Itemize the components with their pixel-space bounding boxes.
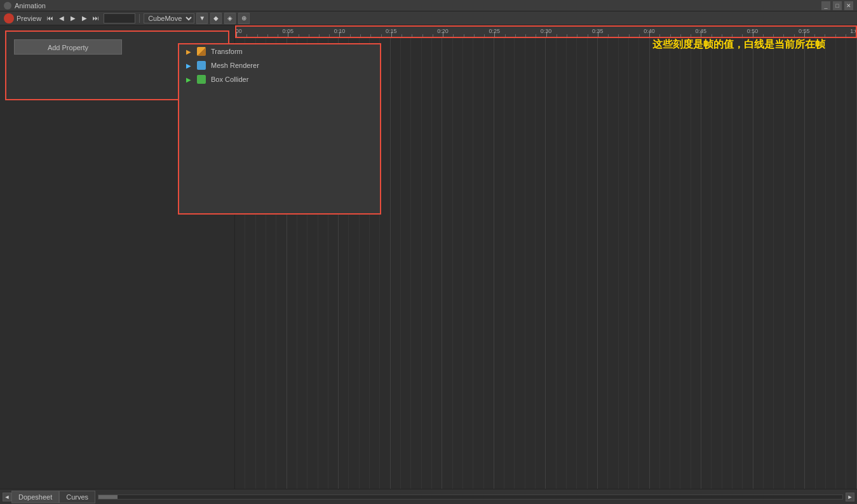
tick-mark-12 — [856, 32, 856, 37]
key-selected-button[interactable]: ◈ — [224, 13, 236, 24]
timeline-col-55 — [805, 38, 815, 489]
tick-minor-3-4 — [433, 34, 433, 37]
tick-minor-0-3 — [267, 34, 268, 37]
clip-selector[interactable]: CubeMove — [144, 13, 194, 23]
key-add-button[interactable]: ⊕ — [238, 13, 250, 24]
timeline-col-51 — [764, 38, 774, 489]
window-icon — [4, 2, 11, 10]
tick-minor-0-1 — [246, 34, 247, 37]
tick-label-10: 0:50 — [747, 28, 759, 34]
timeline-col-47 — [722, 38, 732, 489]
timeline-col-34 — [588, 38, 598, 489]
timeline-col-18 — [422, 38, 432, 489]
tick-label-5: 0:25 — [489, 28, 500, 34]
transform-icon-shape — [197, 47, 206, 56]
tick-label-11: 0:55 — [799, 28, 810, 34]
scroll-right-button[interactable]: ► — [846, 493, 854, 501]
tick-label-1: 0:05 — [282, 28, 294, 34]
clip-dropdown-button[interactable]: ▼ — [196, 13, 208, 24]
prev-frame-button[interactable]: ◀ — [57, 13, 67, 23]
tick-minor-10-3 — [783, 34, 784, 37]
timeline-col-58 — [836, 38, 846, 489]
timeline-col-38 — [629, 38, 639, 489]
tick-minor-7-4 — [639, 34, 640, 37]
timeline-col-35 — [598, 38, 608, 489]
tick-minor-5-2 — [515, 34, 516, 37]
frame-input[interactable]: 0 — [104, 13, 135, 23]
scroll-left-button[interactable]: ◄ — [3, 493, 11, 501]
tick-minor-11-4 — [846, 34, 846, 37]
tick-minor-7-1 — [608, 34, 609, 37]
timeline-col-21 — [453, 38, 463, 489]
timeline-col-41 — [660, 38, 670, 489]
timeline-col-17 — [411, 38, 421, 489]
tick-label-4: 0:20 — [437, 28, 449, 34]
goto-start-button[interactable]: ⏮ — [45, 13, 55, 23]
tick-label-2: 0:10 — [334, 28, 346, 34]
tick-minor-9-4 — [742, 34, 743, 37]
goto-end-button[interactable]: ⏭ — [91, 13, 101, 23]
timeline-col-49 — [743, 38, 753, 489]
title-bar-controls: _ □ ✕ — [821, 1, 853, 10]
maximize-button[interactable]: □ — [833, 1, 842, 10]
timeline-col-46 — [712, 38, 722, 489]
play-button[interactable]: ▶ — [68, 13, 78, 23]
mesh-renderer-icon: ▶ — [184, 61, 193, 70]
box-collider-label: Box Collider — [211, 76, 248, 83]
scroll-thumb[interactable] — [98, 495, 118, 499]
tick-minor-6-1 — [557, 34, 557, 37]
timeline-col-37 — [619, 38, 629, 489]
tick-minor-1-1 — [299, 34, 299, 37]
bottom-bar: ◄ Dopesheet Curves ► — [0, 489, 857, 504]
tick-minor-2-1 — [350, 34, 351, 37]
timeline-col-54 — [795, 38, 805, 489]
tick-minor-0-2 — [257, 34, 258, 37]
tick-minor-10-1 — [763, 34, 764, 37]
main-area: Add Property ▶ Transform ▶ Mesh Renderer… — [0, 25, 857, 489]
timeline-col-53 — [785, 38, 795, 489]
property-mesh-renderer[interactable]: ▶ Mesh Renderer — [179, 58, 380, 72]
tick-minor-11-1 — [814, 34, 815, 37]
box-collider-icon-shape — [197, 75, 206, 84]
tick-minor-1-4 — [329, 34, 330, 37]
property-transform[interactable]: ▶ Transform — [179, 44, 380, 58]
horizontal-scrollbar[interactable] — [98, 494, 843, 500]
timeline-col-57 — [826, 38, 836, 489]
timeline-col-36 — [608, 38, 618, 489]
timeline-col-43 — [680, 38, 691, 489]
property-box-collider[interactable]: ▶ Box Collider — [179, 72, 380, 86]
timeline-col-56 — [816, 38, 826, 489]
timeline-col-30 — [546, 38, 556, 489]
timeline-col-50 — [753, 38, 764, 489]
tick-label-6: 0:30 — [541, 28, 552, 34]
tick-label-9: 0:45 — [695, 28, 706, 34]
tab-dopesheet[interactable]: Dopesheet — [11, 491, 59, 503]
timeline-col-19 — [432, 38, 442, 489]
tick-minor-2-2 — [360, 34, 361, 37]
tick-minor-7-3 — [629, 34, 630, 37]
next-frame-button[interactable]: ▶ — [79, 13, 90, 23]
toolbar: Preview ⏮ ◀ ▶ ▶ ⏭ 0 CubeMove ▼ ◆ ◈ ⊕ — [0, 11, 857, 25]
add-property-button[interactable]: Add Property — [14, 39, 122, 55]
timeline-ruler[interactable]: 0:000:050:100:150:200:250:300:350:400:45… — [235, 25, 857, 38]
timeline-col-52 — [774, 38, 784, 489]
tick-minor-9-2 — [722, 34, 722, 37]
timeline-col-28 — [525, 38, 536, 489]
record-button[interactable] — [4, 13, 14, 23]
tick-minor-9-3 — [732, 34, 732, 37]
tick-minor-0-4 — [278, 34, 278, 37]
tick-label-7: 0:35 — [592, 28, 604, 34]
minimize-button[interactable]: _ — [821, 1, 830, 10]
ruler-ticks: 0:000:050:100:150:200:250:300:350:400:45… — [236, 27, 856, 37]
properties-dropdown: ▶ Transform ▶ Mesh Renderer ▶ Box Collid… — [178, 43, 381, 215]
close-button[interactable]: ✕ — [844, 1, 853, 10]
tick-minor-4-2 — [464, 34, 464, 37]
separator-1 — [139, 14, 140, 23]
key-all-button[interactable]: ◆ — [210, 13, 222, 24]
dropdown-empty-area — [179, 86, 380, 213]
timeline-col-59 — [846, 38, 856, 489]
tick-minor-8-4 — [691, 34, 691, 37]
tick-label-8: 0:40 — [644, 28, 655, 34]
window-title: Animation — [15, 2, 46, 10]
tab-curves[interactable]: Curves — [59, 491, 95, 503]
